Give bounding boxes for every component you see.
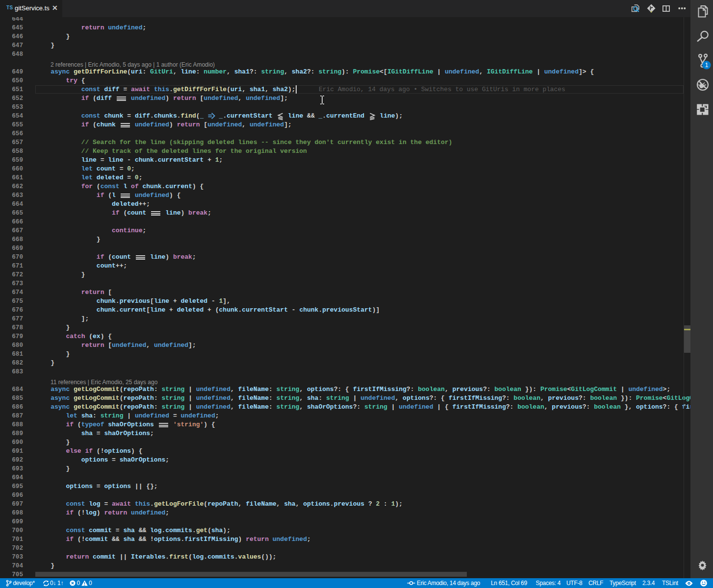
- svg-text:1: 1: [705, 62, 708, 69]
